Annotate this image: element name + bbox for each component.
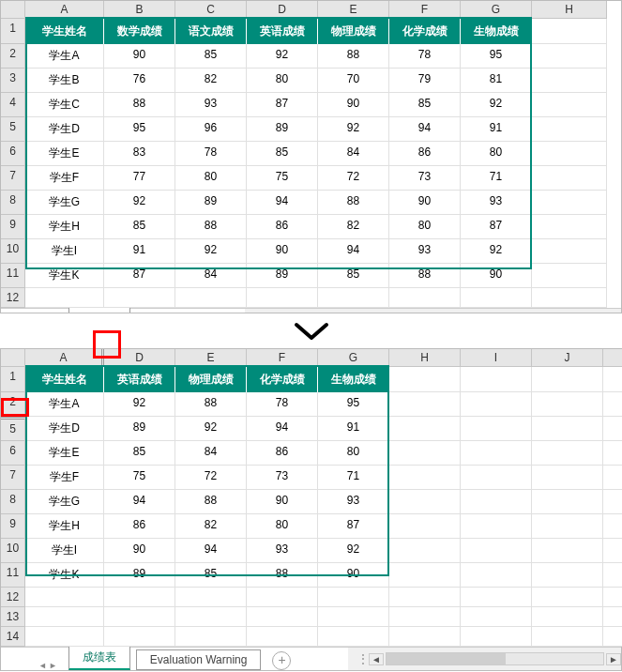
row-header[interactable]: 14 <box>1 627 25 647</box>
score-cell[interactable]: 85 <box>104 441 175 466</box>
empty-cell[interactable] <box>318 627 389 647</box>
score-cell[interactable]: 80 <box>247 514 318 539</box>
student-name-cell[interactable]: 学生F <box>25 166 104 191</box>
score-cell[interactable]: 90 <box>318 563 389 588</box>
student-name-cell[interactable]: 学生H <box>25 215 104 239</box>
score-cell[interactable]: 85 <box>175 44 247 69</box>
sheet-tab-active[interactable]: 成绩表 <box>68 646 130 670</box>
student-name-cell[interactable]: 学生G <box>25 490 104 514</box>
empty-cell[interactable] <box>247 627 318 647</box>
empty-cell[interactable] <box>175 627 247 647</box>
empty-cell[interactable] <box>389 607 461 627</box>
score-cell[interactable]: 91 <box>104 239 175 264</box>
score-cell[interactable]: 70 <box>318 69 389 93</box>
student-name-cell[interactable]: 学生D <box>25 417 104 441</box>
score-cell[interactable]: 90 <box>104 539 175 563</box>
row-header[interactable]: 6 <box>1 441 25 466</box>
score-cell[interactable]: 86 <box>389 142 461 166</box>
row-header[interactable]: 2 <box>1 392 25 417</box>
empty-cell[interactable] <box>461 441 532 466</box>
score-cell[interactable]: 95 <box>461 44 532 69</box>
empty-cell[interactable] <box>532 166 607 191</box>
score-cell[interactable]: 80 <box>461 142 532 166</box>
empty-cell[interactable] <box>603 392 622 417</box>
student-name-cell[interactable]: 学生K <box>25 563 104 588</box>
score-cell[interactable]: 90 <box>461 264 532 288</box>
empty-cell[interactable] <box>603 627 622 647</box>
header-cell[interactable]: 英语成绩 <box>247 19 318 44</box>
score-cell[interactable]: 96 <box>175 117 247 142</box>
score-cell[interactable]: 81 <box>461 69 532 93</box>
empty-cell[interactable] <box>532 215 607 239</box>
empty-cell[interactable] <box>532 69 607 93</box>
student-name-cell[interactable]: 学生A <box>25 392 104 417</box>
score-cell[interactable]: 90 <box>247 239 318 264</box>
empty-cell[interactable] <box>461 514 532 539</box>
score-cell[interactable]: 88 <box>104 93 175 117</box>
empty-cell[interactable] <box>532 466 603 490</box>
empty-cell[interactable] <box>461 392 532 417</box>
score-cell[interactable]: 75 <box>247 166 318 191</box>
score-cell[interactable]: 93 <box>318 490 389 514</box>
col-header-I[interactable]: I <box>461 349 532 367</box>
empty-cell[interactable] <box>461 466 532 490</box>
col-header-A[interactable]: A <box>25 349 104 367</box>
empty-cell[interactable] <box>389 490 461 514</box>
score-cell[interactable]: 73 <box>389 166 461 191</box>
score-cell[interactable]: 79 <box>389 69 461 93</box>
header-cell[interactable]: 数学成绩 <box>104 19 175 44</box>
score-cell[interactable]: 88 <box>318 191 389 215</box>
row-header[interactable]: 11 <box>1 563 25 588</box>
empty-cell[interactable] <box>175 588 247 607</box>
score-cell[interactable]: 78 <box>175 142 247 166</box>
score-cell[interactable]: 80 <box>389 215 461 239</box>
header-cell[interactable]: 物理成绩 <box>318 19 389 44</box>
empty-cell[interactable] <box>25 627 104 647</box>
empty-cell[interactable] <box>603 441 622 466</box>
col-header-D[interactable]: D <box>247 1 318 19</box>
h-scrollbar-track[interactable] <box>386 652 604 665</box>
empty-cell[interactable] <box>461 588 532 607</box>
empty-cell[interactable] <box>603 417 622 441</box>
score-cell[interactable]: 89 <box>104 563 175 588</box>
row-header[interactable]: 6 <box>1 142 25 166</box>
score-cell[interactable]: 92 <box>104 191 175 215</box>
empty-cell[interactable] <box>603 490 622 514</box>
col-header-G[interactable]: G <box>318 349 389 367</box>
score-cell[interactable]: 73 <box>247 466 318 490</box>
col-header-C[interactable]: C <box>175 1 247 19</box>
student-name-cell[interactable]: 学生E <box>25 142 104 166</box>
scroll-left-arrow-icon[interactable]: ◄ <box>369 653 384 665</box>
student-name-cell[interactable]: 学生E <box>25 441 104 466</box>
empty-cell[interactable] <box>532 490 603 514</box>
score-cell[interactable]: 80 <box>247 69 318 93</box>
score-cell[interactable]: 88 <box>175 215 247 239</box>
col-header-D[interactable]: D <box>104 349 175 367</box>
empty-cell[interactable] <box>389 627 461 647</box>
score-cell[interactable]: 92 <box>461 239 532 264</box>
empty-cell[interactable] <box>532 19 607 44</box>
student-name-cell[interactable]: 学生D <box>25 117 104 142</box>
score-cell[interactable]: 85 <box>104 215 175 239</box>
score-cell[interactable]: 92 <box>247 44 318 69</box>
row-header[interactable]: 13 <box>1 607 25 627</box>
row-header[interactable]: 9 <box>1 215 25 239</box>
h-scrollbar-thumb[interactable] <box>387 653 506 664</box>
score-cell[interactable]: 93 <box>461 191 532 215</box>
empty-cell[interactable] <box>532 441 603 466</box>
student-name-cell[interactable]: 学生H <box>25 514 104 539</box>
empty-cell[interactable] <box>532 563 603 588</box>
score-cell[interactable]: 94 <box>318 239 389 264</box>
empty-cell[interactable] <box>389 563 461 588</box>
score-cell[interactable]: 85 <box>247 142 318 166</box>
student-name-cell[interactable]: 学生A <box>25 44 104 69</box>
tab-nav-next-icon[interactable]: ► <box>49 661 57 670</box>
score-cell[interactable]: 89 <box>104 417 175 441</box>
header-cell[interactable]: 化学成绩 <box>247 367 318 392</box>
score-cell[interactable]: 82 <box>318 215 389 239</box>
empty-cell[interactable] <box>389 441 461 466</box>
row-header-1[interactable]: 1 <box>1 367 25 392</box>
score-cell[interactable]: 72 <box>175 466 247 490</box>
student-name-cell[interactable]: 学生K <box>25 264 104 288</box>
header-cell[interactable]: 英语成绩 <box>104 367 175 392</box>
